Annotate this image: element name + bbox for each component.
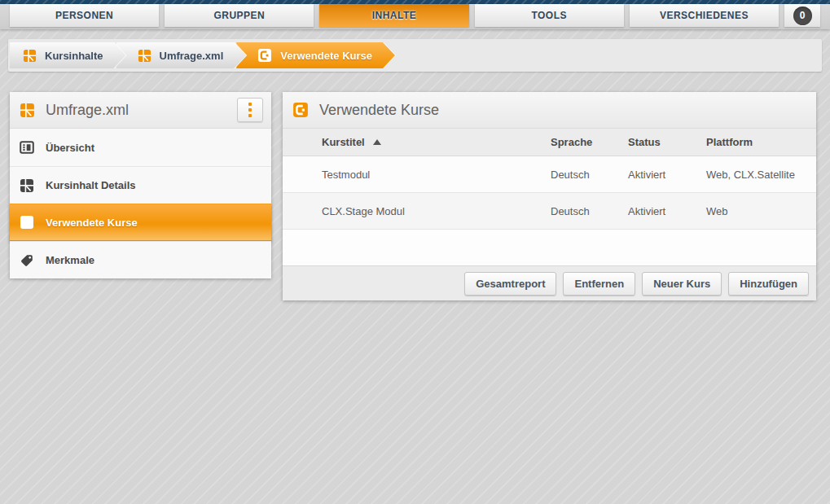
sidebar-item-label: Übersicht bbox=[46, 142, 94, 154]
cell-status: Aktiviert bbox=[628, 205, 706, 217]
overview-icon bbox=[20, 140, 34, 155]
sidebar-item-label: Kursinhalt Details bbox=[46, 179, 136, 191]
course-content-icon bbox=[20, 178, 34, 193]
neuer-kurs-button[interactable]: Neuer Kurs bbox=[642, 272, 722, 296]
nav-tab-inhalte[interactable]: INHALTE bbox=[319, 4, 468, 27]
kebab-menu-icon bbox=[248, 103, 252, 106]
cell-sprache: Deutsch bbox=[551, 169, 628, 181]
page-title: Verwendete Kurse bbox=[319, 102, 808, 119]
cell-plattform: Web, CLX.Satellite bbox=[706, 169, 810, 181]
used-courses-icon bbox=[20, 215, 34, 230]
cell-plattform: Web bbox=[706, 205, 810, 217]
hinzufuegen-button[interactable]: Hinzufügen bbox=[728, 272, 809, 296]
cell-kurstitel: Testmodul bbox=[322, 169, 551, 181]
nav-tab-gruppen[interactable]: GRUPPEN bbox=[165, 4, 314, 27]
breadcrumb-label: Kursinhalte bbox=[45, 50, 103, 62]
table-row[interactable]: Testmodul Deutsch Aktiviert Web, CLX.Sat… bbox=[283, 156, 816, 193]
course-content-icon bbox=[138, 49, 152, 63]
table-header-row: Kurstitel Sprache Status Plattform bbox=[283, 129, 816, 156]
column-header-plattform[interactable]: Plattform bbox=[706, 136, 810, 148]
sidebar-item-label: Verwendete Kurse bbox=[46, 217, 138, 229]
breadcrumb-tab-kursinhalte[interactable]: Kursinhalte bbox=[10, 42, 126, 68]
notification-badge-button[interactable]: 0 bbox=[784, 4, 820, 27]
sidebar-item-verwendete-kurse[interactable]: Verwendete Kurse bbox=[10, 204, 271, 241]
sidebar-item-kursinhalt-details[interactable]: Kursinhalt Details bbox=[10, 166, 271, 204]
main-panel: Verwendete Kurse Kurstitel Sprache Statu… bbox=[283, 92, 816, 300]
cell-status: Aktiviert bbox=[628, 169, 706, 181]
sidebar-header: Umfrage.xml bbox=[10, 92, 271, 129]
cell-sprache: Deutsch bbox=[551, 205, 628, 217]
notification-count-badge: 0 bbox=[793, 7, 812, 25]
used-courses-icon bbox=[257, 48, 272, 63]
tag-icon bbox=[20, 253, 34, 268]
action-button-bar: Gesamtreport Entfernen Neuer Kurs Hinzuf… bbox=[283, 265, 816, 300]
course-content-icon bbox=[20, 103, 35, 118]
cell-kurstitel: CLX.Stage Modul bbox=[322, 205, 551, 217]
sidebar-item-label: Merkmale bbox=[46, 254, 94, 266]
breadcrumb: Kursinhalte Umfrage.xml Verwendete Kurse bbox=[8, 39, 822, 72]
table-row[interactable]: CLX.Stage Modul Deutsch Aktiviert Web bbox=[283, 193, 816, 230]
gesamtreport-button[interactable]: Gesamtreport bbox=[464, 272, 556, 296]
table-empty-area bbox=[283, 230, 816, 265]
top-navigation: PERSONEN GRUPPEN INHALTE TOOLS VERSCHIED… bbox=[0, 4, 830, 29]
sidebar-title: Umfrage.xml bbox=[46, 102, 226, 119]
entfernen-button[interactable]: Entfernen bbox=[563, 272, 635, 296]
column-header-sprache[interactable]: Sprache bbox=[551, 136, 628, 148]
sidebar-item-uebersicht[interactable]: Übersicht bbox=[10, 129, 271, 166]
sidebar-panel: Umfrage.xml Übersicht Kursinhalt Details… bbox=[10, 92, 271, 278]
used-courses-icon bbox=[292, 102, 309, 118]
sidebar-item-merkmale[interactable]: Merkmale bbox=[10, 241, 271, 278]
breadcrumb-label: Umfrage.xml bbox=[160, 50, 224, 62]
breadcrumb-tab-verwendete-kurse[interactable]: Verwendete Kurse bbox=[236, 42, 395, 68]
nav-tab-tools[interactable]: TOOLS bbox=[475, 4, 624, 27]
column-header-status[interactable]: Status bbox=[628, 136, 706, 148]
breadcrumb-tab-umfrage-xml[interactable]: Umfrage.xml bbox=[116, 42, 247, 68]
nav-tab-personen[interactable]: PERSONEN bbox=[10, 4, 159, 27]
kebab-menu-button[interactable] bbox=[237, 98, 263, 122]
column-header-kurstitel[interactable]: Kurstitel bbox=[322, 136, 551, 148]
breadcrumb-label: Verwendete Kurse bbox=[280, 50, 372, 62]
nav-tab-verschiedenes[interactable]: VERSCHIEDENES bbox=[630, 4, 779, 27]
course-content-icon bbox=[23, 49, 37, 63]
sort-asc-icon bbox=[373, 139, 381, 145]
main-panel-header: Verwendete Kurse bbox=[283, 92, 816, 129]
